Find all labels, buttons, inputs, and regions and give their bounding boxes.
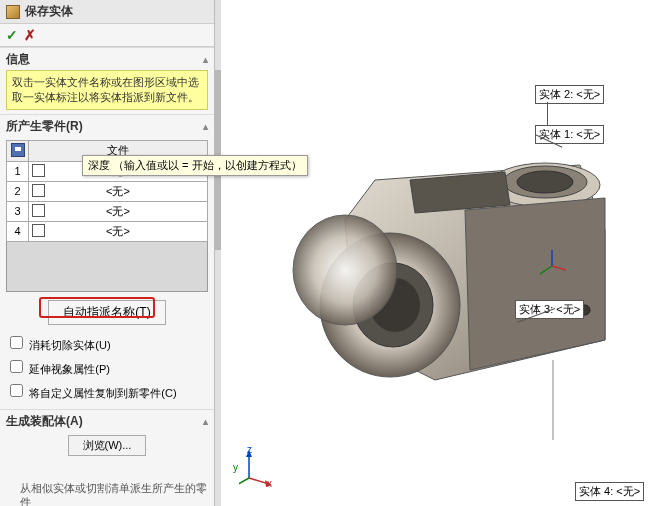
auto-assign-names-button[interactable]: 自动指派名称(T) xyxy=(48,300,165,325)
info-message: 双击一实体文件名称或在图形区域中选取一实体标注以将实体指派到新文件。 xyxy=(6,70,208,110)
table-row[interactable]: 4 <无> xyxy=(7,221,208,241)
model-triad xyxy=(540,248,570,280)
body-box-icon xyxy=(32,204,45,217)
axis-x-label: x xyxy=(267,478,272,489)
copy-custom-checkbox[interactable] xyxy=(10,384,23,397)
row-number: 2 xyxy=(7,181,29,201)
copy-custom-row: 将自定义属性复制到新零件(C) xyxy=(0,379,214,403)
save-icon xyxy=(11,143,25,157)
assembly-title: 生成装配体(A) xyxy=(6,413,83,430)
info-section-header[interactable]: 信息 ▴ xyxy=(0,47,214,70)
consume-cut-label: 消耗切除实体(U) xyxy=(29,339,110,351)
derive-note: 从相似实体或切割清单派生所产生的零件 xyxy=(0,481,214,506)
table-header-icon xyxy=(7,140,29,161)
collapse-icon: ▴ xyxy=(203,121,208,132)
derive-row xyxy=(0,458,214,481)
assembly-section-header[interactable]: 生成装配体(A) ▴ xyxy=(0,409,214,432)
svg-point-2 xyxy=(517,171,573,193)
collapse-icon: ▴ xyxy=(203,416,208,427)
svg-line-16 xyxy=(239,478,249,486)
row-number: 3 xyxy=(7,201,29,221)
viewport-scrollbar[interactable] xyxy=(215,0,221,506)
extend-visual-row: 延伸视象属性(P) xyxy=(0,355,214,379)
axis-y-label: y xyxy=(233,462,238,473)
body-box-icon xyxy=(32,184,45,197)
body-label-2[interactable]: 实体 2: <无> xyxy=(535,85,604,104)
ok-button[interactable]: ✓ xyxy=(6,27,18,43)
consume-cut-checkbox[interactable] xyxy=(10,336,23,349)
depth-tooltip: 深度 （输入值或以 = 开始，以创建方程式） xyxy=(82,155,308,176)
property-panel: 保存实体 ✓ ✗ 信息 ▴ 双击一实体文件名称或在图形区域中选取一实体标注以将实… xyxy=(0,0,215,506)
save-bodies-icon xyxy=(6,5,20,19)
browse-button[interactable]: 浏览(W)... xyxy=(68,435,147,456)
body-label-4[interactable]: 实体 4: <无> xyxy=(575,482,644,501)
table-row[interactable]: 3 <无> xyxy=(7,201,208,221)
svg-line-10 xyxy=(552,266,566,270)
consume-cut-row: 消耗切除实体(U) xyxy=(0,331,214,355)
file-cell[interactable]: <无> xyxy=(106,225,130,237)
collapse-icon: ▴ xyxy=(203,54,208,65)
panel-title: 保存实体 xyxy=(25,3,73,20)
svg-point-6 xyxy=(293,215,397,325)
body-label-1[interactable]: 实体 1: <无> xyxy=(535,125,604,144)
file-cell[interactable]: <无> xyxy=(106,185,130,197)
panel-title-bar: 保存实体 xyxy=(0,0,214,24)
cancel-button[interactable]: ✗ xyxy=(24,27,36,43)
confirm-row: ✓ ✗ xyxy=(0,24,214,47)
row-number: 1 xyxy=(7,161,29,181)
copy-custom-label: 将自定义属性复制到新零件(C) xyxy=(29,387,176,399)
axis-z-label: z xyxy=(247,444,252,455)
info-title: 信息 xyxy=(6,51,30,68)
file-cell[interactable]: <无> xyxy=(106,205,130,217)
body-box-icon xyxy=(32,224,45,237)
extend-visual-label: 延伸视象属性(P) xyxy=(29,363,110,375)
extend-visual-checkbox[interactable] xyxy=(10,360,23,373)
table-spacer xyxy=(6,242,208,292)
parts-title: 所产生零件(R) xyxy=(6,118,83,135)
body-box-icon xyxy=(32,164,45,177)
table-row[interactable]: 2 <无> xyxy=(7,181,208,201)
svg-line-11 xyxy=(540,266,552,274)
parts-section-header[interactable]: 所产生零件(R) ▴ xyxy=(0,114,214,137)
row-number: 4 xyxy=(7,221,29,241)
graphics-viewport[interactable]: 实体 2: <无> 实体 1: <无> 实体 3: <无> 实体 4: <无> … xyxy=(215,0,655,506)
